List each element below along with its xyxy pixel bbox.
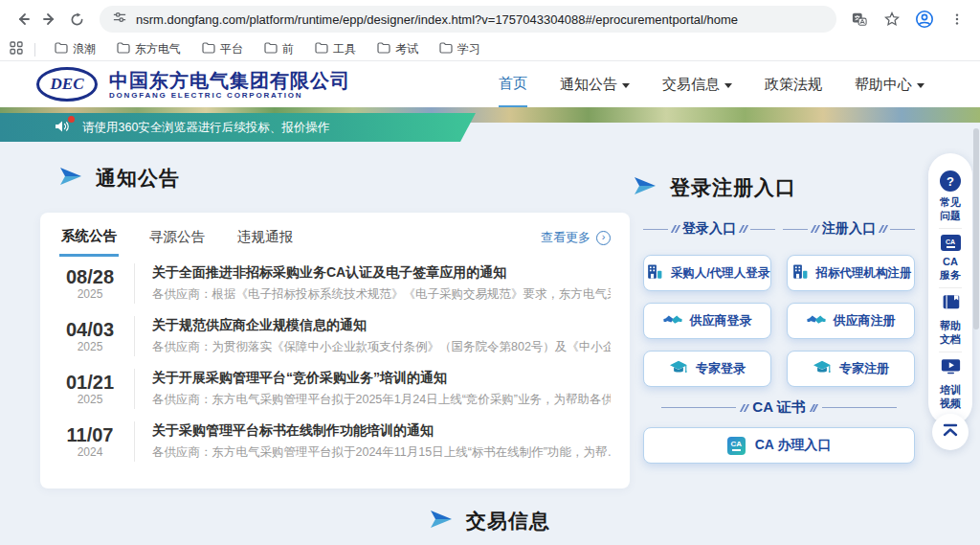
notice-row[interactable]: 08/28 2025 关于全面推进非招标采购业务CA认证及电子签章应用的通知 各… xyxy=(59,257,611,309)
tab-violation-reports[interactable]: 违规通报 xyxy=(235,220,295,255)
back-to-top-icon xyxy=(942,422,959,442)
notice-date: 01/21 2025 xyxy=(59,372,121,406)
expert-register-button[interactable]: 专家注册 xyxy=(787,351,915,387)
folder-icon xyxy=(315,42,328,57)
supplier-login-button[interactable]: 供应商登录 xyxy=(643,303,771,339)
bookmark-label: 浪潮 xyxy=(73,41,96,57)
bookmark-label: 工具 xyxy=(333,41,356,57)
folder-icon xyxy=(55,42,68,57)
tick-marks xyxy=(812,404,816,412)
folder-icon xyxy=(117,42,130,57)
url-bar[interactable]: nsrm.dongfang.com/platform/runtime/epp/d… xyxy=(100,6,836,33)
notice-date: 08/28 2025 xyxy=(59,266,121,301)
bookmark-label: 平台 xyxy=(220,41,243,57)
nav-home[interactable]: 首页 xyxy=(499,61,527,107)
help-docs-item[interactable]: 帮助文档 xyxy=(939,288,962,352)
notices-section-title: 通知公告 xyxy=(59,165,180,192)
expert-login-button[interactable]: 专家登录 xyxy=(643,351,771,387)
purchaser-agent-login-button[interactable]: 采购人/代理人登录 xyxy=(643,255,771,291)
ca-apply-button[interactable]: CA CA 办理入口 xyxy=(643,427,915,464)
view-more-link[interactable]: 查看更多 › xyxy=(541,229,611,246)
bookmark-folder[interactable]: 考试 xyxy=(369,39,426,59)
apps-grid-icon[interactable] xyxy=(10,41,23,58)
quick-sidebar: ? 常见问题 CA CA服务 帮助文档 培训视频 xyxy=(928,153,972,425)
trade-section-title: 交易信息 xyxy=(466,508,550,534)
faq-item[interactable]: ? 常见问题 xyxy=(939,165,962,228)
translate-icon[interactable] xyxy=(846,6,873,33)
folder-icon xyxy=(264,42,278,57)
supplier-register-button[interactable]: 供应商注册 xyxy=(787,303,915,339)
company-name-cn: 中国东方电气集团有限公司 xyxy=(109,70,350,91)
notice-row[interactable]: 11/07 2024 关于采购管理平台标书在线制作功能培训的通知 各供应商：东方… xyxy=(59,415,611,467)
bookmark-folder[interactable]: 平台 xyxy=(194,39,251,59)
back-icon[interactable] xyxy=(10,6,36,33)
trade-section-title-row: 交易信息 xyxy=(0,508,980,534)
bookmark-label: 学习 xyxy=(457,41,480,57)
graduation-cap-icon xyxy=(813,359,832,379)
main-nav: 首页 通知公告 交易信息 政策法规 帮助中心 xyxy=(499,61,924,107)
ca-card-icon: CA xyxy=(941,235,961,251)
notice-title[interactable]: 关于采购管理平台标书在线制作功能培训的通知 xyxy=(152,422,611,440)
company-logo[interactable]: DEC 中国东方电气集团有限公司 DONGFANG ELECTRIC CORPO… xyxy=(36,67,350,102)
notice-title[interactable]: 关于规范供应商企业规模信息的通知 xyxy=(152,317,611,334)
book-icon xyxy=(941,294,961,315)
reload-icon[interactable] xyxy=(63,6,90,33)
notice-excerpt: 各供应商：东方电气采购管理平台拟于2024年11月15日上线“标书在线制作”功能… xyxy=(152,444,611,461)
notice-title[interactable]: 关于开展采购管理平台“竞价采购业务”培训的通知 xyxy=(152,370,611,387)
folder-icon xyxy=(202,42,215,57)
ca-service-item[interactable]: CA CA服务 xyxy=(939,229,962,287)
tick-marks xyxy=(741,225,746,233)
graduation-cap-icon xyxy=(669,359,688,379)
back-to-top-button[interactable] xyxy=(932,414,969,450)
tick-marks xyxy=(673,225,678,233)
bookmark-label: 考试 xyxy=(395,41,418,57)
nav-trade-info[interactable]: 交易信息 xyxy=(662,61,732,107)
notice-title[interactable]: 关于全面推进非招标采购业务CA认证及电子签章应用的通知 xyxy=(152,264,611,282)
ca-badge-icon: CA xyxy=(727,437,746,455)
section-arrow-icon xyxy=(634,175,657,200)
notice-date: 04/03 2025 xyxy=(59,319,121,353)
bookmark-folder[interactable]: 学习 xyxy=(432,39,488,59)
question-icon: ? xyxy=(940,170,961,192)
tab-system-notices[interactable]: 系统公告 xyxy=(59,219,119,257)
nav-notices[interactable]: 通知公告 xyxy=(560,61,630,107)
notice-excerpt: 各供应商：根据《电子招标投标系统技术规范》《电子采购交易规范》要求，东方电气采购… xyxy=(152,286,611,303)
handshake-icon xyxy=(663,312,682,330)
bookmark-folder[interactable]: 浪潮 xyxy=(47,39,103,59)
bookmark-folder[interactable]: 工具 xyxy=(307,39,364,59)
notice-excerpt: 各供应商：东方电气采购管理平台拟于2025年1月24日上线“竞价采购”业务，为帮… xyxy=(152,392,611,408)
notice-row[interactable]: 04/03 2025 关于规范供应商企业规模信息的通知 各供应商：为贯彻落实《保… xyxy=(59,309,611,362)
url-text[interactable]: nsrm.dongfang.com/platform/runtime/epp/d… xyxy=(136,12,738,27)
nav-policies[interactable]: 政策法规 xyxy=(765,61,822,107)
notice-date: 11/07 2024 xyxy=(59,424,121,459)
folder-icon xyxy=(377,42,390,57)
folder-icon xyxy=(439,42,453,57)
ticker-text: 请使用360安全浏览器进行后续投标、报价操作 xyxy=(82,120,329,136)
notice-ticker: 请使用360安全浏览器进行后续投标、报价操作 xyxy=(0,113,476,142)
more-vert-icon[interactable] xyxy=(944,6,970,33)
notices-tabs: 系统公告 寻源公告 违规通报 查看更多 › xyxy=(59,213,611,257)
notice-row[interactable]: 01/21 2025 关于开展采购管理平台“竞价采购业务”培训的通知 各供应商：… xyxy=(59,362,611,415)
handshake-icon xyxy=(807,312,826,330)
caret-down-icon xyxy=(724,83,732,88)
training-videos-item[interactable]: 培训视频 xyxy=(939,352,962,416)
bookmark-folder[interactable]: 前 xyxy=(256,39,301,59)
ca-certificate-header: CA 证书 xyxy=(639,398,919,417)
profile-icon[interactable] xyxy=(911,6,938,33)
tune-icon[interactable] xyxy=(113,11,126,28)
bookmark-folder[interactable]: 东方电气 xyxy=(109,39,189,59)
bookmark-label: 东方电气 xyxy=(135,41,181,57)
star-icon[interactable] xyxy=(879,6,905,33)
tab-sourcing-notices[interactable]: 寻源公告 xyxy=(147,220,207,255)
nav-help-center[interactable]: 帮助中心 xyxy=(855,61,924,107)
bidding-agency-register-button[interactable]: 招标代理机构注册 xyxy=(787,255,915,291)
building-icon xyxy=(645,262,663,284)
scrollbar-thumb[interactable] xyxy=(973,128,979,329)
building-icon xyxy=(791,262,809,284)
speaker-icon xyxy=(55,120,70,136)
login-entry-header: 登录入口 xyxy=(639,220,779,238)
forward-icon[interactable] xyxy=(36,6,63,33)
chevron-circle-icon: › xyxy=(596,231,611,245)
dec-logo-oval: DEC xyxy=(36,67,98,102)
caret-down-icon xyxy=(917,83,924,88)
